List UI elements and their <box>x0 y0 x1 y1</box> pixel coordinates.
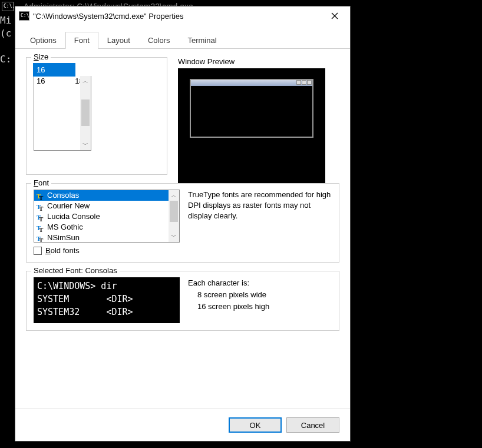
scroll-thumb[interactable] <box>81 99 90 126</box>
tab-layout[interactable]: Layout <box>98 32 139 49</box>
close-button[interactable] <box>323 8 346 24</box>
truetype-icon <box>37 234 45 242</box>
size-label: Size <box>31 52 51 61</box>
scroll-up-icon[interactable]: ︿ <box>80 76 91 87</box>
font-item-nsimsun[interactable]: NSimSun <box>34 233 169 243</box>
scroll-up-icon[interactable]: ︿ <box>169 190 179 201</box>
size-item[interactable]: 16 <box>34 76 71 87</box>
tab-options[interactable]: Options <box>21 32 65 49</box>
selected-font-group: Selected Font: Consolas C:\WINDOWS> dir … <box>26 271 339 331</box>
close-icon <box>331 12 338 19</box>
tabbar: Options Font Layout Colors Terminal <box>15 31 350 49</box>
preview-window-titlebar <box>191 80 312 86</box>
properties-dialog: C:\. "C:\Windows\System32\cmd.exe" Prope… <box>15 6 351 442</box>
scroll-thumb[interactable] <box>170 201 178 222</box>
window-preview-group: Window Preview <box>178 57 339 183</box>
truetype-icon <box>37 191 45 200</box>
bold-fonts-row[interactable]: Bold fonts <box>34 246 180 255</box>
selected-font-label: Selected Font: Consolas <box>31 266 120 275</box>
font-item-ms-gothic[interactable]: MS Gothic <box>34 222 169 233</box>
titlebar: C:\. "C:\Windows\System32\cmd.exe" Prope… <box>15 6 350 25</box>
char-height-info: 16 screen pixels high <box>188 301 269 313</box>
scroll-down-icon[interactable]: ﹀ <box>169 231 179 242</box>
font-item-lucida-console[interactable]: Lucida Console <box>34 211 169 222</box>
dialog-buttons: OK Cancel <box>15 409 350 441</box>
font-listbox[interactable]: Consolas Courier New Lucida Console MS G… <box>34 190 180 243</box>
tab-font[interactable]: Font <box>65 32 98 49</box>
tab-terminal[interactable]: Terminal <box>179 32 225 49</box>
character-info: Each character is: 8 screen pixels wide … <box>188 277 269 323</box>
dialog-title: "C:\Windows\System32\cmd.exe" Properties <box>33 12 323 21</box>
bold-label: Bold fonts <box>45 246 80 255</box>
font-tab-content: Size 16 18 20 24 28 36 72 ︿ ﹀ <box>15 49 350 409</box>
truetype-icon <box>37 213 45 221</box>
font-hint-text: TrueType fonts are recommended for high … <box>188 190 332 255</box>
cmd-icon: C:\. <box>19 11 29 21</box>
truetype-icon <box>37 223 45 231</box>
window-preview <box>178 68 325 183</box>
window-preview-label: Window Preview <box>178 57 339 66</box>
char-info-heading: Each character is: <box>188 277 269 289</box>
font-scrollbar[interactable]: ︿ ﹀ <box>169 190 179 242</box>
truetype-icon <box>37 202 45 210</box>
font-item-courier-new[interactable]: Courier New <box>34 201 169 211</box>
scroll-down-icon[interactable]: ﹀ <box>80 140 91 150</box>
size-group: Size 16 18 20 24 28 36 72 ︿ ﹀ <box>26 57 167 175</box>
font-item-consolas[interactable]: Consolas <box>34 190 169 201</box>
char-width-info: 8 screen pixels wide <box>188 289 269 301</box>
bg-cmd-icon: C:\. <box>2 2 14 11</box>
ok-button[interactable]: OK <box>229 417 282 433</box>
size-input[interactable] <box>34 64 75 76</box>
font-group: Font Consolas Courier New Lucida Console… <box>26 183 339 263</box>
font-sample-preview: C:\WINDOWS> dir SYSTEM <DIR> SYSTEM32 <D… <box>34 277 180 323</box>
tab-colors[interactable]: Colors <box>139 32 179 49</box>
cancel-button[interactable]: Cancel <box>286 417 339 433</box>
font-group-label: Font <box>31 178 51 187</box>
bold-checkbox[interactable] <box>34 247 42 255</box>
preview-window <box>190 79 313 138</box>
size-scrollbar[interactable]: ︿ ﹀ <box>80 76 91 150</box>
size-listbox[interactable]: 16 18 20 24 28 36 72 ︿ ﹀ <box>34 76 91 151</box>
bg-terminal-text: Mi (c C: <box>0 14 11 66</box>
